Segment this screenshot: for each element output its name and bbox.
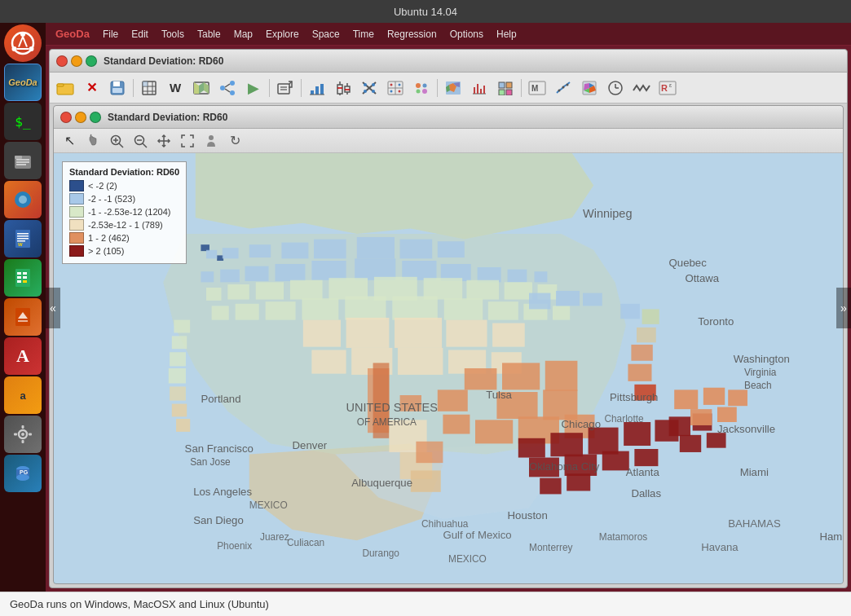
play-btn[interactable]: ▶ xyxy=(241,76,266,100)
map-hand-btn[interactable] xyxy=(82,131,104,151)
terminal-icon[interactable]: $_ xyxy=(4,103,42,140)
legend-label-6: > 2 (105) xyxy=(88,246,124,256)
svg-text:Hamilton: Hamilton xyxy=(819,530,843,543)
svg-text:Tulsa: Tulsa xyxy=(486,389,512,401)
spike-chart-btn[interactable] xyxy=(467,76,492,100)
svg-rect-32 xyxy=(22,425,24,429)
svg-rect-50 xyxy=(143,81,148,86)
svg-text:R: R xyxy=(661,83,668,93)
export-btn[interactable] xyxy=(273,76,298,100)
svg-rect-175 xyxy=(303,320,341,347)
moran-btn[interactable]: M xyxy=(525,76,549,100)
writer-icon[interactable]: W xyxy=(4,220,42,257)
legend-item-4: -2.53e-12 - 1 (789) xyxy=(69,219,179,231)
conditional-btn[interactable] xyxy=(629,76,654,100)
connect-btn[interactable] xyxy=(215,76,240,100)
svg-rect-199 xyxy=(624,422,650,446)
map-create-btn[interactable] xyxy=(189,76,214,100)
menu-file[interactable]: File xyxy=(96,27,125,42)
scatter-btn[interactable] xyxy=(357,76,381,100)
files-icon[interactable] xyxy=(4,142,42,179)
close-file-btn[interactable]: ✕ xyxy=(79,76,104,100)
menu-map[interactable]: Map xyxy=(227,27,259,42)
legend-color-2 xyxy=(69,193,84,205)
scatter-matrix-btn[interactable] xyxy=(383,76,408,100)
svg-text:Atlanta: Atlanta xyxy=(626,466,660,478)
map-toolbar: ↖ xyxy=(54,129,843,153)
menu-options[interactable]: Options xyxy=(443,27,490,42)
svg-text:MEXICO: MEXICO xyxy=(249,499,288,511)
svg-point-1 xyxy=(20,32,25,37)
map-fullscreen-btn[interactable] xyxy=(177,131,198,151)
map-refresh-btn[interactable]: ↻ xyxy=(224,131,245,151)
calc-icon[interactable] xyxy=(4,259,42,297)
map-zoom-out-btn[interactable] xyxy=(130,131,151,151)
menu-space[interactable]: Space xyxy=(306,27,346,42)
bar-chart-btn[interactable] xyxy=(305,76,329,100)
trend-line-btn[interactable] xyxy=(551,76,575,100)
svg-rect-205 xyxy=(540,478,561,495)
left-chevron[interactable]: « xyxy=(46,288,60,328)
svg-rect-156 xyxy=(227,284,249,299)
map-close-btn[interactable] xyxy=(60,112,72,123)
map-window: Standard Deviation: RD60 ↖ xyxy=(53,105,844,584)
svg-text:W: W xyxy=(18,242,23,247)
map-zoom-in-btn[interactable] xyxy=(106,131,127,151)
svg-text:Phoenix: Phoenix xyxy=(217,540,252,552)
menu-time[interactable]: Time xyxy=(346,27,381,42)
map-select-btn[interactable]: ↖ xyxy=(59,131,80,151)
svg-rect-234 xyxy=(637,328,656,342)
sidebar: GeoDa $_ xyxy=(0,23,46,592)
maximize-window-btn[interactable] xyxy=(86,55,97,67)
legend-color-5 xyxy=(69,232,84,244)
system-settings-icon[interactable] xyxy=(4,416,42,453)
map-minimize-btn[interactable] xyxy=(75,112,86,123)
save-btn[interactable] xyxy=(105,76,130,100)
svg-rect-203 xyxy=(602,451,629,471)
map-window-titlebar: Standard Deviation: RD60 xyxy=(54,106,843,129)
amazon-icon[interactable]: a xyxy=(4,376,42,414)
menu-explore[interactable]: Explore xyxy=(259,27,306,42)
legend-label-2: -2 - -1 (523) xyxy=(88,194,135,204)
pie-chart-btn[interactable] xyxy=(577,76,602,100)
map-person-btn[interactable] xyxy=(201,131,222,151)
open-folder-btn[interactable] xyxy=(53,76,77,100)
map-pan-btn[interactable] xyxy=(153,131,174,151)
content-area: GeoDa File Edit Tools Table Map Explore … xyxy=(46,23,851,592)
menu-geoda[interactable]: GeoDa xyxy=(49,26,96,42)
menu-table[interactable]: Table xyxy=(191,27,227,42)
regression-btn[interactable]: R ε xyxy=(655,76,680,100)
close-window-btn[interactable] xyxy=(56,55,68,67)
font-icon[interactable]: A xyxy=(4,337,42,375)
menu-edit[interactable]: Edit xyxy=(125,27,155,42)
cluster-btn[interactable] xyxy=(409,76,434,100)
w-matrix-btn[interactable]: W xyxy=(163,76,187,100)
choropleth-btn[interactable] xyxy=(441,76,465,100)
svg-rect-225 xyxy=(169,368,186,383)
svg-rect-17 xyxy=(17,238,29,240)
right-chevron[interactable]: » xyxy=(836,288,851,328)
svg-rect-204 xyxy=(634,449,658,466)
geoda-icon[interactable]: GeoDa xyxy=(4,64,42,101)
pgadmin-icon[interactable]: PG xyxy=(4,455,42,492)
svg-rect-182 xyxy=(398,348,443,375)
svg-rect-103 xyxy=(499,82,505,88)
firefox-icon[interactable] xyxy=(4,181,42,218)
impress-icon[interactable] xyxy=(4,298,42,336)
table-grid-btn[interactable] xyxy=(137,76,161,100)
map-maximize-btn[interactable] xyxy=(90,112,101,123)
menu-tools[interactable]: Tools xyxy=(155,27,191,42)
menu-help[interactable]: Help xyxy=(490,27,523,42)
svg-text:Matamoros: Matamoros xyxy=(599,531,647,543)
svg-text:Chicago: Chicago xyxy=(562,418,601,430)
clock-btn[interactable] xyxy=(603,76,628,100)
ubuntu-icon[interactable] xyxy=(4,24,42,62)
minimize-window-btn[interactable] xyxy=(71,55,82,67)
main-toolbar: ✕ xyxy=(50,73,847,103)
svg-rect-165 xyxy=(212,306,229,319)
box-plot-btn[interactable] xyxy=(331,76,355,100)
menu-regression[interactable]: Regression xyxy=(381,27,443,42)
svg-rect-178 xyxy=(446,320,487,347)
cartogram-btn[interactable] xyxy=(493,76,518,100)
svg-rect-193 xyxy=(438,389,468,411)
